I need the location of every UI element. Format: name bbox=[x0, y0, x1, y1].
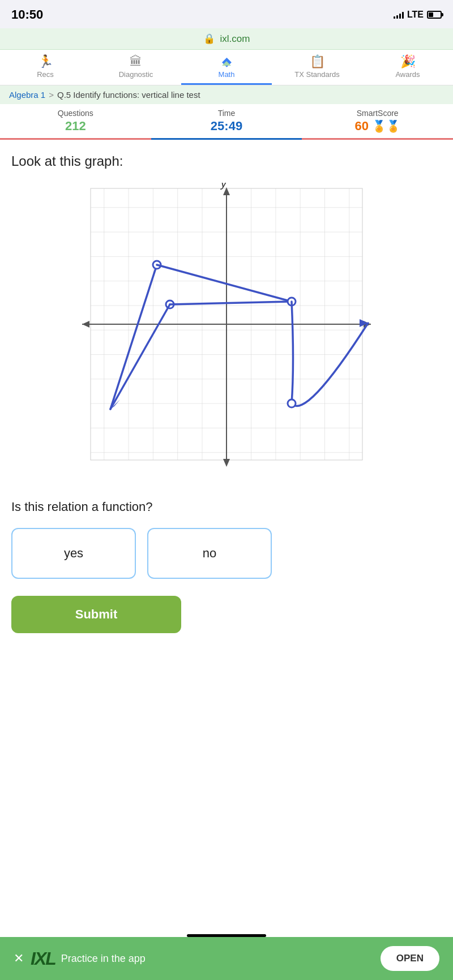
stat-time: Time 25:49 bbox=[151, 104, 302, 140]
breadcrumb-parent[interactable]: Algebra 1 bbox=[9, 90, 45, 100]
breadcrumb: Algebra 1 > Q.5 Identify functions: vert… bbox=[0, 85, 453, 104]
tab-tx-standards[interactable]: 📋 TX Standards bbox=[272, 50, 362, 85]
url-text: ixl.com bbox=[220, 33, 250, 44]
tab-tx-standards-label: TX Standards bbox=[294, 70, 340, 79]
breadcrumb-separator: > bbox=[49, 90, 54, 100]
svg-marker-8 bbox=[223, 459, 230, 467]
answer-no-button[interactable]: no bbox=[147, 528, 272, 579]
lte-label: LTE bbox=[407, 10, 424, 20]
banner-close-icon[interactable]: ✕ bbox=[14, 951, 24, 966]
stat-questions: Questions 212 bbox=[0, 104, 151, 138]
banner-logo: IXL bbox=[31, 948, 55, 969]
smartscore-label: SmartScore bbox=[304, 109, 451, 118]
recs-icon: 🏃 bbox=[38, 55, 53, 68]
graph-container: x y bbox=[11, 183, 442, 483]
smartscore-value: 60 bbox=[354, 119, 368, 134]
tab-math-label: Math bbox=[219, 70, 235, 79]
address-bar[interactable]: 🔒 ixl.com bbox=[0, 28, 453, 50]
questions-value: 212 bbox=[2, 119, 149, 134]
submit-button[interactable]: Submit bbox=[11, 596, 181, 633]
home-indicator bbox=[187, 934, 266, 937]
tx-standards-icon: 📋 bbox=[310, 55, 325, 68]
diagnostic-icon: 🏛 bbox=[130, 55, 142, 68]
answer-yes-button[interactable]: yes bbox=[11, 528, 136, 579]
tab-recs[interactable]: 🏃 Recs bbox=[0, 50, 91, 85]
question-text: Is this relation a function? bbox=[11, 500, 442, 514]
signal-bars-icon bbox=[394, 11, 404, 19]
nav-tabs: 🏃 Recs 🏛 Diagnostic ◆ Math 📋 TX Standard… bbox=[0, 50, 453, 85]
tab-awards-label: Awards bbox=[395, 70, 420, 79]
time-label: Time bbox=[153, 109, 300, 118]
time-value: 25:49 bbox=[153, 119, 300, 134]
banner-open-button[interactable]: OPEN bbox=[381, 946, 439, 971]
stats-bar: Questions 212 Time 25:49 SmartScore 60 🏅… bbox=[0, 104, 453, 140]
answer-choices: yes no bbox=[11, 528, 442, 579]
awards-icon: 🎉 bbox=[400, 55, 416, 68]
status-bar: 10:50 LTE bbox=[0, 0, 453, 28]
questions-label: Questions bbox=[2, 109, 149, 118]
question-prompt: Look at this graph: bbox=[11, 153, 442, 169]
battery-icon bbox=[427, 11, 442, 19]
status-icons: LTE bbox=[394, 10, 442, 20]
banner-text: Practice in the app bbox=[61, 953, 146, 965]
tab-math[interactable]: ◆ Math bbox=[181, 50, 272, 85]
breadcrumb-current: Q.5 Identify functions: vertical line te… bbox=[57, 90, 200, 100]
tab-diagnostic-label: Diagnostic bbox=[119, 70, 153, 79]
tab-diagnostic[interactable]: 🏛 Diagnostic bbox=[91, 50, 181, 85]
graph-svg: x y bbox=[79, 183, 374, 483]
lock-icon: 🔒 bbox=[203, 33, 215, 45]
smartscore-badge: 60 🏅🏅 bbox=[354, 119, 400, 134]
bottom-banner: ✕ IXL Practice in the app OPEN bbox=[0, 937, 453, 980]
main-content: Look at this graph: x bbox=[0, 140, 453, 647]
status-time: 10:50 bbox=[11, 7, 43, 22]
stat-smartscore: SmartScore 60 🏅🏅 bbox=[302, 104, 453, 138]
address-bar-indicator bbox=[222, 61, 231, 66]
svg-text:y: y bbox=[220, 183, 227, 190]
svg-point-19 bbox=[288, 399, 296, 407]
svg-marker-3 bbox=[82, 321, 89, 328]
tab-awards[interactable]: 🎉 Awards bbox=[362, 50, 453, 85]
smartscore-badge-icon: 🏅🏅 bbox=[372, 119, 400, 133]
tab-recs-label: Recs bbox=[37, 70, 54, 79]
banner-left: ✕ IXL Practice in the app bbox=[14, 948, 146, 969]
